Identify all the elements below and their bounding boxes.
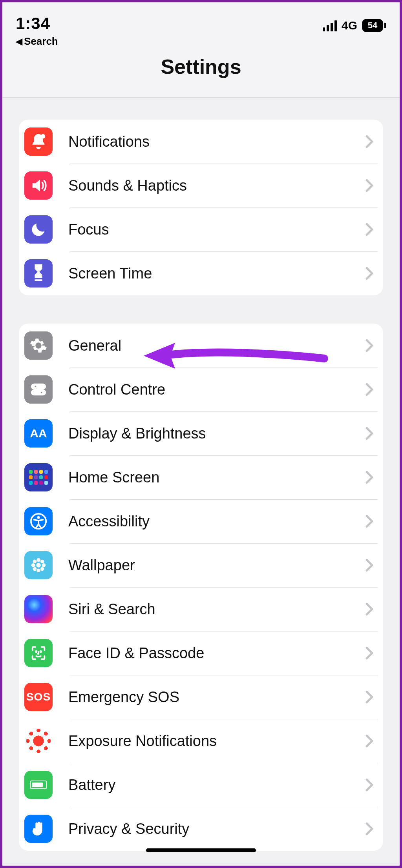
svg-point-2 — [34, 385, 37, 388]
chevron-right-icon — [365, 734, 374, 748]
settings-group-alerts: Notifications Sounds & Haptics Focus — [19, 120, 383, 295]
chevron-right-icon — [365, 559, 374, 572]
row-label: Emergency SOS — [68, 689, 365, 706]
faceid-icon — [24, 639, 53, 667]
svg-point-10 — [31, 563, 35, 567]
svg-point-6 — [37, 516, 40, 519]
chevron-right-icon — [365, 267, 374, 280]
network-type: 4G — [342, 19, 357, 32]
back-arrow-icon: ◀ — [16, 36, 22, 47]
row-focus[interactable]: Focus — [19, 207, 383, 251]
chevron-right-icon — [365, 646, 374, 660]
chevron-right-icon — [365, 602, 374, 616]
svg-point-12 — [33, 560, 37, 564]
row-label: Privacy & Security — [68, 821, 365, 837]
battery-tip-icon — [384, 23, 386, 28]
row-sounds-haptics[interactable]: Sounds & Haptics — [19, 164, 383, 207]
row-siri-search[interactable]: Siri & Search — [19, 587, 383, 631]
svg-point-16 — [36, 651, 37, 652]
svg-point-7 — [36, 563, 41, 568]
row-accessibility[interactable]: Accessibility — [19, 499, 383, 543]
svg-point-14 — [33, 567, 37, 571]
row-notifications[interactable]: Notifications — [19, 120, 383, 164]
row-screen-time[interactable]: Screen Time — [19, 251, 383, 295]
row-label: Battery — [68, 777, 365, 793]
chevron-right-icon — [365, 690, 374, 704]
battery-indicator: 54 — [362, 19, 386, 32]
chevron-right-icon — [365, 339, 374, 352]
hourglass-icon — [24, 259, 53, 288]
battery-icon — [24, 771, 53, 799]
row-emergency-sos[interactable]: SOS Emergency SOS — [19, 675, 383, 719]
gear-icon — [24, 331, 53, 360]
svg-point-9 — [37, 569, 40, 573]
flower-icon — [24, 551, 53, 579]
row-privacy-security[interactable]: Privacy & Security — [19, 807, 383, 851]
clock: 1:34 — [16, 14, 58, 33]
row-label: Wallpaper — [68, 557, 365, 574]
chevron-right-icon — [365, 179, 374, 192]
row-label: Screen Time — [68, 265, 365, 282]
status-bar: 1:34 ◀ Search 4G 54 — [2, 2, 400, 48]
row-label: Focus — [68, 221, 365, 238]
row-home-screen[interactable]: Home Screen — [19, 455, 383, 499]
row-label: Notifications — [68, 133, 365, 150]
settings-list[interactable]: Notifications Sounds & Haptics Focus — [2, 98, 400, 851]
row-label: Exposure Notifications — [68, 733, 365, 750]
svg-point-15 — [40, 567, 44, 571]
chevron-right-icon — [365, 471, 374, 484]
svg-point-11 — [42, 563, 46, 567]
row-label: General — [68, 337, 365, 354]
row-label: Face ID & Passcode — [68, 645, 365, 662]
settings-screen: 1:34 ◀ Search 4G 54 Settings — [0, 0, 402, 868]
aa-icon: AA — [24, 419, 53, 448]
status-right: 4G 54 — [323, 19, 386, 32]
row-wallpaper[interactable]: Wallpaper — [19, 543, 383, 587]
bell-icon — [24, 127, 53, 156]
status-left: 1:34 ◀ Search — [16, 14, 58, 47]
row-label: Sounds & Haptics — [68, 177, 365, 194]
row-label: Home Screen — [68, 469, 365, 486]
sos-icon: SOS — [24, 683, 53, 711]
exposure-icon — [24, 727, 53, 755]
row-battery[interactable]: Battery — [19, 763, 383, 807]
svg-point-13 — [40, 560, 44, 564]
back-label: Search — [24, 35, 58, 47]
speaker-icon — [24, 171, 53, 200]
back-to-search[interactable]: ◀ Search — [16, 35, 58, 47]
settings-group-general: General Control Centre AA Display & Brig… — [19, 324, 383, 851]
row-label: Control Centre — [68, 381, 365, 398]
battery-percent: 54 — [362, 19, 383, 32]
svg-point-0 — [41, 134, 46, 139]
siri-icon — [24, 595, 53, 623]
home-indicator[interactable] — [146, 848, 256, 852]
row-general[interactable]: General — [19, 324, 383, 368]
svg-point-17 — [40, 651, 41, 652]
chevron-right-icon — [365, 515, 374, 528]
grid-icon — [24, 463, 53, 491]
row-display-brightness[interactable]: AA Display & Brightness — [19, 411, 383, 455]
cellular-signal-icon — [323, 20, 337, 31]
svg-point-4 — [40, 391, 43, 394]
chevron-right-icon — [365, 223, 374, 236]
page-title: Settings — [2, 55, 400, 78]
toggles-icon — [24, 375, 53, 404]
row-face-id-passcode[interactable]: Face ID & Passcode — [19, 631, 383, 675]
svg-point-8 — [37, 558, 40, 562]
row-label: Display & Brightness — [68, 425, 365, 442]
chevron-right-icon — [365, 135, 374, 148]
row-label: Siri & Search — [68, 601, 365, 618]
accessibility-icon — [24, 507, 53, 535]
chevron-right-icon — [365, 778, 374, 792]
chevron-right-icon — [365, 383, 374, 396]
row-exposure-notifications[interactable]: Exposure Notifications — [19, 719, 383, 763]
nav-bar: Settings — [2, 48, 400, 98]
hand-icon — [24, 815, 53, 843]
row-label: Accessibility — [68, 513, 365, 530]
row-control-centre[interactable]: Control Centre — [19, 368, 383, 411]
chevron-right-icon — [365, 427, 374, 440]
chevron-right-icon — [365, 822, 374, 835]
moon-icon — [24, 215, 53, 244]
